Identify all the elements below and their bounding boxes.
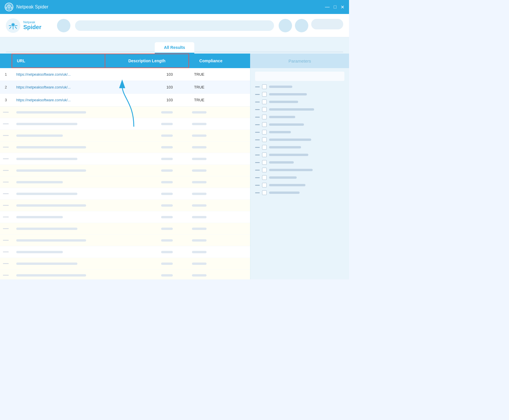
param-dash [255, 162, 260, 163]
blurred-row [0, 188, 250, 200]
param-label [269, 176, 297, 179]
td-row-num-3: 3 [0, 98, 12, 102]
header-settings-circle[interactable] [295, 19, 308, 32]
param-search-bar[interactable] [255, 72, 344, 81]
param-item [255, 115, 344, 119]
blurred-row [0, 200, 250, 211]
blurred-row [0, 165, 250, 176]
param-label [269, 184, 305, 186]
app-logo-spider: Spider [23, 24, 41, 31]
blurred-row [0, 223, 250, 235]
blurred-row [0, 176, 250, 188]
param-item [255, 160, 344, 165]
th-url[interactable]: URL [12, 54, 105, 68]
header-url-input[interactable] [75, 20, 274, 31]
blurred-row [0, 107, 250, 118]
app-logo-netpeak: Netpeak [23, 20, 41, 24]
title-bar-left: Netpeak Spider [5, 3, 48, 11]
param-checkbox[interactable] [262, 130, 267, 134]
param-label [269, 131, 291, 133]
param-label [269, 154, 308, 156]
param-item [255, 84, 344, 89]
parameters-title: Parameters [289, 59, 311, 63]
svg-line-12 [15, 27, 17, 29]
param-checkbox[interactable] [262, 153, 267, 157]
param-item [255, 145, 344, 150]
param-label [269, 116, 295, 118]
param-item [255, 122, 344, 127]
main-content: URL Description Length Compliance 1 http… [0, 54, 349, 279]
td-url-2[interactable]: https://netpeaksoftware.com/uk/... [12, 85, 93, 89]
param-checkbox[interactable] [262, 168, 267, 172]
tab-all-results[interactable]: All Results [155, 42, 194, 54]
td-url-3[interactable]: https://netpeaksoftware.com/uk/... [12, 98, 93, 102]
param-checkbox[interactable] [262, 160, 267, 165]
header-profile-circle[interactable] [279, 19, 292, 32]
blurred-row [0, 130, 250, 141]
minimize-button[interactable]: — [325, 4, 330, 10]
blurred-row [0, 270, 250, 279]
tab-line-left [6, 52, 155, 52]
param-label [269, 86, 292, 88]
header-action-btn[interactable] [311, 19, 343, 29]
param-dash [255, 139, 260, 140]
td-desc-2: 103 [93, 85, 177, 89]
param-dash [255, 124, 260, 125]
parameters-content [250, 68, 349, 201]
right-panel: Parameters [250, 54, 349, 279]
param-checkbox[interactable] [262, 145, 267, 150]
blurred-row [0, 211, 250, 223]
param-dash [255, 185, 260, 186]
th-row-num [0, 54, 12, 68]
param-checkbox[interactable] [262, 84, 267, 89]
param-item [255, 168, 344, 172]
td-row-num-1: 1 [0, 72, 12, 77]
param-checkbox[interactable] [262, 115, 267, 119]
param-checkbox[interactable] [262, 137, 267, 142]
td-compliance-2: TRUE [177, 85, 221, 89]
param-item [255, 137, 344, 142]
title-bar: Netpeak Spider — □ ✕ [0, 0, 349, 14]
param-label [269, 123, 304, 126]
param-dash [255, 117, 260, 118]
app-logo-icon [5, 3, 13, 11]
table-row[interactable]: 3 https://netpeaksoftware.com/uk/... 103… [0, 94, 250, 107]
tab-line-right [194, 52, 343, 52]
param-item [255, 190, 344, 195]
param-checkbox[interactable] [262, 122, 267, 127]
td-url-1[interactable]: https://netpeaksoftware.com/uk/... [12, 72, 93, 77]
param-dash [255, 177, 260, 178]
param-item [255, 130, 344, 134]
param-label [269, 139, 311, 141]
svg-point-2 [8, 6, 10, 7]
title-bar-controls[interactable]: — □ ✕ [325, 4, 344, 10]
table-row[interactable]: 2 https://netpeaksoftware.com/uk/... 103… [0, 81, 250, 94]
th-desc-length[interactable]: Description Length [105, 54, 189, 68]
param-checkbox[interactable] [262, 100, 267, 104]
td-compliance-1: TRUE [177, 72, 221, 77]
param-label [269, 169, 313, 171]
param-checkbox[interactable] [262, 190, 267, 195]
app-logo-text: Netpeak Spider [23, 20, 41, 31]
param-label [269, 192, 300, 194]
param-checkbox[interactable] [262, 175, 267, 180]
param-dash [255, 192, 260, 193]
param-label [269, 108, 314, 111]
th-compliance[interactable]: Compliance [189, 54, 233, 68]
param-label [269, 101, 298, 103]
tabs-bar: All Results [0, 37, 349, 54]
blurred-row [0, 118, 250, 130]
table-area: URL Description Length Compliance 1 http… [0, 54, 250, 279]
param-checkbox[interactable] [262, 92, 267, 97]
spider-logo [6, 18, 20, 33]
param-dash [255, 102, 260, 102]
blurred-row [0, 153, 250, 165]
table-row[interactable]: 1 https://netpeaksoftware.com/uk/... 103… [0, 68, 250, 81]
param-checkbox[interactable] [262, 183, 267, 187]
param-item [255, 183, 344, 187]
param-checkbox[interactable] [262, 107, 267, 112]
close-button[interactable]: ✕ [341, 4, 344, 10]
maximize-button[interactable]: □ [334, 4, 337, 10]
param-label [269, 146, 301, 148]
param-dash [255, 109, 260, 110]
